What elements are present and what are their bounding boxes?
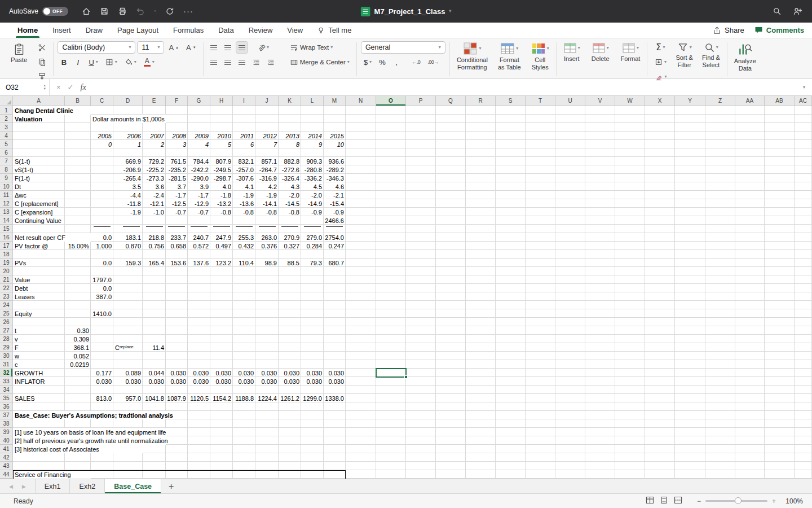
- grid-cell[interactable]: [795, 360, 812, 369]
- number-format-select[interactable]: General▾: [361, 41, 445, 54]
- cell-K15[interactable]: [279, 225, 301, 233]
- grid-cell[interactable]: [436, 208, 466, 216]
- grid-cell[interactable]: [526, 165, 555, 174]
- grid-cell[interactable]: [210, 453, 233, 462]
- grid-cell[interactable]: [113, 292, 143, 301]
- grid-cell[interactable]: [406, 453, 436, 462]
- grid-cell[interactable]: [585, 318, 615, 326]
- grid-cell[interactable]: [615, 360, 645, 369]
- column-header-O[interactable]: O: [376, 96, 406, 106]
- column-header-G[interactable]: G: [188, 96, 210, 106]
- grid-cell[interactable]: [675, 199, 705, 208]
- grid-cell[interactable]: [279, 411, 301, 419]
- cell-K17[interactable]: 0.327: [279, 242, 301, 250]
- grid-cell[interactable]: [675, 470, 705, 479]
- grid-cell[interactable]: [188, 470, 210, 479]
- grid-cell[interactable]: [233, 326, 255, 335]
- row-header-10[interactable]: 10: [0, 182, 13, 191]
- grid-cell[interactable]: [675, 352, 705, 360]
- grid-cell[interactable]: [466, 191, 496, 199]
- grid-cell[interactable]: [143, 470, 166, 479]
- align-left-button[interactable]: [208, 56, 220, 68]
- grid-cell[interactable]: [166, 462, 188, 470]
- grid-cell[interactable]: [166, 275, 188, 284]
- grid-cell[interactable]: [255, 309, 279, 318]
- grid-cell[interactable]: [301, 106, 324, 115]
- grid-cell[interactable]: [555, 148, 585, 157]
- grid-cell[interactable]: [615, 140, 645, 148]
- grid-cell[interactable]: [645, 174, 675, 182]
- grid-cell[interactable]: [436, 318, 466, 326]
- grid-cell[interactable]: [555, 267, 585, 275]
- grid-cell[interactable]: [346, 284, 376, 292]
- grid-cell[interactable]: [301, 250, 324, 259]
- grid-cell[interactable]: [91, 123, 113, 132]
- grid-cell[interactable]: [436, 242, 466, 250]
- grid-cell[interactable]: [346, 402, 376, 411]
- grid-cell[interactable]: [143, 301, 166, 309]
- grid-cell[interactable]: [406, 352, 436, 360]
- cell-J10[interactable]: 4.2: [255, 182, 279, 191]
- cell-A1[interactable]: Chang Dental Clinic: [13, 106, 91, 115]
- grid-cell[interactable]: [496, 233, 526, 242]
- grid-cell[interactable]: [406, 301, 436, 309]
- grid-cell[interactable]: [466, 115, 496, 123]
- grid-cell[interactable]: [65, 292, 91, 301]
- grid-cell[interactable]: [496, 402, 526, 411]
- grid-cell[interactable]: [255, 284, 279, 292]
- grid-cell[interactable]: [585, 352, 615, 360]
- grid-cell[interactable]: [705, 411, 735, 419]
- grid-cell[interactable]: [585, 132, 615, 140]
- grid-cell[interactable]: [406, 360, 436, 369]
- find-select-button[interactable]: ▾ Find &Select: [699, 41, 723, 83]
- cell-A2[interactable]: Valuation: [13, 115, 65, 123]
- grid-cell[interactable]: [615, 462, 645, 470]
- cell-M13[interactable]: -0.9: [324, 208, 346, 216]
- grid-cell[interactable]: [255, 292, 279, 301]
- paste-button[interactable]: Paste: [6, 41, 32, 65]
- grid-cell[interactable]: [795, 267, 812, 275]
- grid-cell[interactable]: [143, 445, 166, 453]
- grid-cell[interactable]: [279, 106, 301, 115]
- grid-cell[interactable]: [735, 233, 765, 242]
- grid-cell[interactable]: [765, 115, 795, 123]
- grid-cell[interactable]: [255, 436, 279, 445]
- cell-L16[interactable]: 279.0: [301, 233, 324, 242]
- grid-cell[interactable]: [65, 165, 91, 174]
- grid-cell[interactable]: [555, 225, 585, 233]
- grid-cell[interactable]: [585, 233, 615, 242]
- grid-cell[interactable]: [143, 402, 166, 411]
- grid-cell[interactable]: [555, 242, 585, 250]
- grid-cell[interactable]: [795, 174, 812, 182]
- grid-cell[interactable]: [324, 275, 346, 284]
- grid-cell[interactable]: [91, 386, 113, 394]
- grid-cell[interactable]: [675, 242, 705, 250]
- grid-cell[interactable]: [324, 250, 346, 259]
- cell-H17[interactable]: 0.497: [210, 242, 233, 250]
- grid-cell[interactable]: [324, 436, 346, 445]
- grid-cell[interactable]: [210, 352, 233, 360]
- tab-data[interactable]: Data: [211, 23, 241, 38]
- cell-F12[interactable]: -12.5: [166, 199, 188, 208]
- grid-cell[interactable]: [645, 453, 675, 462]
- grid-cell[interactable]: [376, 225, 406, 233]
- grid-cell[interactable]: [795, 394, 812, 402]
- cell-L12[interactable]: -14.9: [301, 199, 324, 208]
- column-header-R[interactable]: R: [466, 96, 496, 106]
- grid-cell[interactable]: [645, 225, 675, 233]
- grid-cell[interactable]: [436, 369, 466, 377]
- grid-cell[interactable]: [113, 318, 143, 326]
- grid-cell[interactable]: [615, 233, 645, 242]
- grid-cell[interactable]: [645, 157, 675, 165]
- grid-cell[interactable]: [436, 419, 466, 428]
- grid-cell[interactable]: [143, 360, 166, 369]
- grid-cell[interactable]: [210, 343, 233, 352]
- cell-A25[interactable]: Equity: [13, 309, 65, 318]
- grid-cell[interactable]: [188, 360, 210, 369]
- grid-cell[interactable]: [675, 259, 705, 267]
- grid-cell[interactable]: [466, 326, 496, 335]
- grid-cell[interactable]: [735, 462, 765, 470]
- grid-cell[interactable]: [406, 318, 436, 326]
- grid-cell[interactable]: [301, 402, 324, 411]
- grid-cell[interactable]: [346, 157, 376, 165]
